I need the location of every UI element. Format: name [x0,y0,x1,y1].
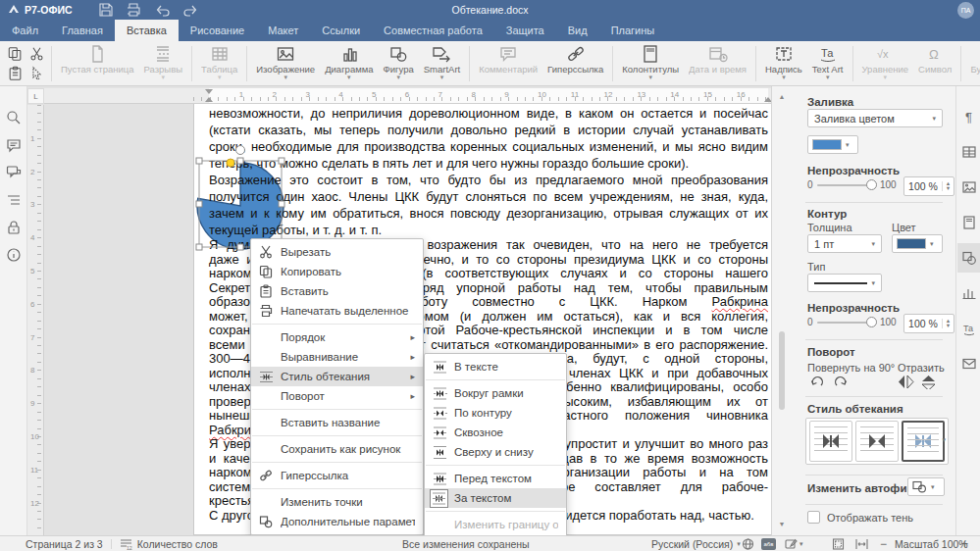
menu-item-edit-wrap-boundary[interactable]: Изменить границу обтекания [425,515,566,534]
copy-icon[interactable] [7,46,24,62]
menu-item-print-selection[interactable]: Напечатать выделенное [251,301,423,321]
feedback-icon[interactable] [785,538,798,550]
stroke-color-button[interactable]: ▾ [892,234,943,253]
navigation-icon[interactable] [6,192,22,208]
tab-plugins[interactable]: Плагины [599,20,667,41]
select-icon[interactable] [28,66,45,81]
menu-item-copy[interactable]: Копировать [251,262,423,281]
shape-settings-tab[interactable] [957,243,980,273]
fit-page-icon[interactable] [832,538,845,550]
spinner-arrows-icon[interactable]: ▲▼ [942,319,954,328]
scroll-down-icon[interactable]: ▼ [776,518,788,529]
tab-home[interactable]: Главная [50,20,115,41]
wrap-style-option-behind-selected[interactable] [902,421,945,462]
menu-item-order[interactable]: Порядок▸ [251,327,423,347]
stroke-type-select[interactable]: ▾ [807,274,882,292]
menu-item-tight[interactable]: По контуру [425,403,566,423]
chart-settings-tab[interactable] [957,278,980,308]
paste-icon[interactable] [7,66,24,81]
date-time-button[interactable]: Дата и время [684,42,751,85]
menu-item-inline[interactable]: В тексте [425,357,566,376]
avatar[interactable]: ПА [957,2,974,19]
opacity-slider[interactable] [817,184,872,186]
sidebar-scrollbar[interactable]: ▲ ▼ [776,90,788,529]
right-indent-marker[interactable] [764,97,771,102]
fill-type-select[interactable]: Заливка цветом▾ [807,109,943,127]
opacity-slider-knob[interactable] [866,179,877,190]
horizontal-ruler[interactable]: 12345678910111213141516 [44,88,771,104]
chevron-down-icon[interactable]: ▾ [799,540,803,548]
menu-item-top-bottom[interactable]: Сверху и снизу [425,442,566,462]
comments-icon[interactable] [6,137,22,153]
scrollbar-thumb[interactable] [779,331,785,410]
menu-item-insert-caption[interactable]: Вставить название [251,413,423,432]
menu-item-edit-points[interactable]: Изменить точки [251,492,423,512]
comment-button[interactable]: Комментарий [474,42,542,85]
menu-item-shape-advanced-settings[interactable]: Дополнительные параметры фигуры [251,512,423,531]
set-language-globe-icon[interactable] [742,538,754,550]
equation-button[interactable]: √x Уравнение ▾ [857,42,914,85]
tab-view[interactable]: Вид [556,20,599,41]
menu-item-through[interactable]: Сквозное [425,423,566,442]
flip-vertical-icon[interactable] [921,375,938,389]
gallery-expand-icon[interactable]: ▾ [942,436,946,444]
image-button[interactable]: Изображение ▾ [251,42,320,85]
tab-file[interactable]: Файл [0,20,50,41]
fill-color-button[interactable]: ▾ [807,135,858,154]
about-icon[interactable] [6,247,22,263]
breaks-button[interactable]: Разрывы ▾ [138,42,187,85]
fit-width-icon[interactable] [855,538,868,550]
text-art-button[interactable]: Та Text Art ▾ [807,42,849,85]
first-line-indent-marker[interactable] [205,89,213,94]
language-selector[interactable]: Русский (Россия) ▾ [651,538,741,550]
mailmerge-settings-tab[interactable] [957,349,980,378]
menu-item-rotate[interactable]: Поворот▸ [251,386,423,406]
image-settings-tab[interactable] [957,173,980,202]
tab-collaboration[interactable]: Совместная работа [372,20,494,41]
zoom-in-button[interactable]: + [961,537,968,551]
menu-item-align[interactable]: Выравнивание▸ [251,347,423,367]
wrap-style-option-2[interactable] [855,421,899,462]
text-box-button[interactable]: Надпись ▾ [760,42,807,85]
scroll-up-icon[interactable]: ▲ [776,90,788,102]
tab-protection[interactable]: Защита [494,20,556,41]
spellcheck-toggle-icon[interactable]: абв [761,538,776,550]
show-shadow-checkbox[interactable] [807,511,820,524]
search-icon[interactable] [6,110,22,125]
zoom-level[interactable]: Масштаб 100% [895,538,968,550]
smartart-button[interactable]: SmartArt ▾ [419,42,465,85]
symbol-button[interactable]: Ω Символ [913,42,956,85]
tab-layout[interactable]: Макет [256,20,310,41]
menu-item-in-front[interactable]: Перед текстом [425,469,566,488]
menu-item-paste[interactable]: Вставить [251,281,423,301]
vertical-ruler[interactable]: 123456789101112 [27,105,44,535]
left-indent-marker[interactable] [205,97,213,102]
drop-cap-button[interactable]: А Буквица ▾ [965,42,980,85]
headers-footers-button[interactable]: Колонтитулы ▾ [617,42,684,85]
menu-item-square[interactable]: Вокруг рамки [425,383,566,403]
menu-item-behind[interactable]: За текстом [425,488,566,508]
stroke-opacity-spinbox[interactable]: 100 % ▲▼ [903,314,954,333]
table-button[interactable]: Таблица ▾ [196,42,242,85]
hyperlink-button[interactable]: Гиперссылка [542,42,608,85]
menu-item-cut[interactable]: Вырезать [251,242,423,262]
chat-icon[interactable] [6,165,22,180]
stroke-opacity-slider-knob[interactable] [866,317,877,327]
table-settings-tab[interactable] [957,137,980,167]
menu-item-wrapping-style[interactable]: Стиль обтекания▸ [251,367,423,386]
menu-item-save-as-picture[interactable]: Сохранить как рисунок [251,439,423,459]
menu-item-hyperlink[interactable]: Гиперссылка [251,466,423,485]
rotate-ccw-icon[interactable] [809,376,825,389]
word-count-label[interactable]: Количество слов [137,538,218,550]
tab-insert[interactable]: Вставка [115,20,179,41]
paragraph-settings-tab[interactable]: ¶ [957,102,980,131]
wrap-style-option-1[interactable] [809,421,852,462]
rotate-cw-icon[interactable] [833,376,849,389]
chart-button[interactable]: Диаграмма ▾ [320,42,378,85]
change-autoshape-button[interactable]: ▾ [907,477,945,496]
spinner-arrows-icon[interactable]: ▲▼ [942,181,954,191]
stroke-opacity-slider[interactable] [817,322,872,324]
tab-stop-selector[interactable]: L [27,88,44,104]
cut-icon[interactable] [28,46,45,62]
protection-icon[interactable] [6,220,22,235]
